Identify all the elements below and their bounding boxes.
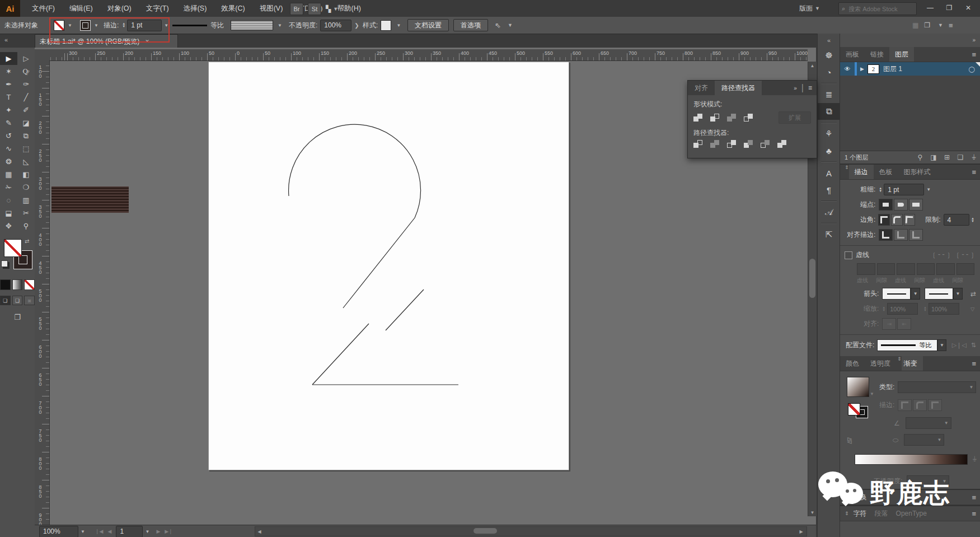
arrange-icon[interactable]: ❐ [924, 21, 930, 29]
opacity-field[interactable]: 100% [320, 20, 351, 31]
gradient-button[interactable] [12, 279, 23, 290]
mesh-tool[interactable]: ▦ [0, 168, 17, 181]
chevron-right-icon[interactable]: ❯ [354, 22, 359, 29]
stepper-icon[interactable]: ▲▼ [122, 22, 125, 28]
menu-item-2[interactable]: 对象(O) [100, 0, 139, 17]
divide-icon[interactable] [693, 140, 704, 148]
document-tab[interactable]: 未标题-1.ai* @ 100% (RGB/预览) ✕ [35, 34, 178, 48]
close-tab-icon[interactable]: ✕ [145, 39, 149, 44]
tab-stroke[interactable]: 描边 [849, 165, 874, 179]
dash-preserve-icons[interactable]: ❲⁃⁃❳ ❲⁃⁃❳ [931, 251, 976, 259]
scroll-right-icon[interactable]: ▶ [797, 527, 805, 535]
search-input[interactable] [847, 5, 906, 13]
gpu-performance-icon[interactable]: ⏻ [343, 4, 348, 13]
zoom-tool[interactable]: ⚲ [17, 220, 35, 232]
collapse-dock-icon[interactable]: » [972, 37, 975, 43]
draw-inside-mode-button[interactable]: ◙ [24, 296, 35, 305]
grid-view-icon[interactable]: ▦ [912, 21, 918, 29]
align-panel-icon[interactable]: ≣ [818, 86, 840, 103]
fill-color-swatch[interactable] [54, 20, 64, 31]
projecting-cap-button[interactable] [909, 199, 923, 211]
chevron-down-icon[interactable]: ▼ [937, 339, 946, 351]
chevron-down-icon[interactable]: ▼ [92, 20, 101, 31]
merge-icon[interactable] [727, 140, 737, 148]
butt-cap-button[interactable] [879, 199, 893, 211]
brush-definition-preview[interactable] [231, 20, 273, 30]
numeral-2-cut-segment[interactable] [386, 289, 424, 330]
star-shape-tool[interactable]: ✦ [0, 104, 17, 116]
select-similar-icon[interactable]: ⇖ [495, 21, 501, 30]
draw-normal-mode-button[interactable]: ❏ [0, 296, 11, 305]
pen-tool[interactable]: ✒ [0, 78, 17, 91]
gradient-slider[interactable] [855, 454, 968, 465]
layer-name[interactable]: 图层 1 [883, 64, 902, 74]
tab-layers[interactable]: 图层 [889, 47, 914, 62]
collapse-panel-icon[interactable]: » [794, 85, 797, 91]
direct-selection-tool[interactable]: ▷ [17, 52, 35, 65]
arrowhead-end-dropdown[interactable] [925, 288, 953, 300]
shape-builder-tool[interactable]: ❂ [0, 155, 17, 168]
none-button[interactable] [24, 279, 35, 290]
numeral-2-lower-diagonal[interactable] [312, 324, 369, 385]
numeral-2-arc-path[interactable] [289, 124, 421, 308]
color-button[interactable] [0, 279, 11, 290]
line-segment-tool[interactable]: ╱ [17, 91, 35, 104]
eraser-tool[interactable]: ◪ [17, 116, 35, 129]
prev-artboard-icon[interactable]: ◀ [107, 529, 111, 534]
gradient-fill-none-swatch[interactable] [848, 403, 860, 415]
trim-icon[interactable] [710, 140, 720, 148]
fill-swatch[interactable] [4, 239, 22, 257]
new-layer-icon[interactable]: ❏ [954, 153, 967, 161]
perspective-grid-tool[interactable]: ◺ [17, 155, 35, 168]
tab-character[interactable]: 字符 [854, 509, 867, 519]
preferences-button[interactable]: 首选项 [453, 19, 488, 31]
dashed-line-checkbox[interactable] [845, 251, 852, 259]
tab-gradient[interactable]: 渐变 [902, 356, 923, 371]
new-sublayer-icon[interactable]: ⊞ [940, 153, 954, 161]
intersect-icon[interactable] [727, 114, 737, 122]
stroke-weight-field[interactable]: 1 pt [127, 20, 162, 31]
menu-item-0[interactable]: 文件(F) [25, 0, 62, 17]
artboard-canvas[interactable] [208, 62, 569, 470]
tab-align[interactable]: 对齐 [688, 81, 715, 95]
tab-paragraph[interactable]: 段落 [875, 509, 888, 519]
symbols-panel-icon[interactable]: ♣ [818, 142, 840, 159]
transform-panel-header[interactable]: ⇕ 变换 ≡ [840, 489, 980, 505]
menu-item-4[interactable]: 选择(S) [176, 0, 214, 17]
collapse-section-icon[interactable]: ⇕ [845, 165, 849, 179]
color-panel-icon[interactable]: ☸ [818, 47, 840, 64]
chevron-down-icon[interactable]: ▼ [78, 526, 87, 537]
scroll-left-icon[interactable]: ◀ [255, 527, 264, 535]
magic-wand-tool[interactable]: ✶ [0, 65, 17, 78]
panel-menu-icon[interactable]: ≡ [972, 493, 976, 502]
default-fill-stroke-icon[interactable] [1, 260, 8, 267]
unite-icon[interactable] [693, 114, 704, 122]
swap-fill-stroke-icon[interactable]: ⇄ [25, 238, 29, 244]
expand-panels-icon[interactable]: « [818, 34, 840, 47]
gradient-tool[interactable]: ◧ [17, 168, 35, 181]
style-swatch[interactable] [381, 20, 391, 31]
panel-menu-icon[interactable]: ≡ [972, 359, 976, 368]
free-transform-tool[interactable]: ⬚ [17, 142, 35, 155]
color-guide-panel-icon[interactable]: ◔ [818, 64, 840, 81]
stepper-icon[interactable]: ▲▼ [971, 217, 974, 223]
align-outside-button[interactable] [909, 229, 923, 241]
curvature-tool[interactable]: ✑ [17, 78, 35, 91]
crop-icon[interactable] [744, 140, 754, 148]
pasteboard-striped-object[interactable] [51, 186, 129, 213]
artboard-tool[interactable]: ⬓ [0, 207, 17, 220]
draw-behind-mode-button[interactable]: ❏ [12, 296, 23, 305]
scroll-down-icon[interactable]: ▼ [808, 508, 817, 516]
width-tool[interactable]: ∿ [0, 142, 17, 155]
chevron-down-icon[interactable]: ▼ [394, 20, 403, 31]
round-cap-button[interactable] [894, 199, 908, 211]
vertical-ruler[interactable]: 1001502002503003504004505005506006507007… [35, 60, 50, 525]
panel-menu-icon[interactable]: ≡ [972, 50, 976, 59]
chevron-down-icon[interactable]: ▼ [870, 391, 874, 396]
window-minimize-button[interactable]: — [921, 2, 940, 14]
round-join-button[interactable] [891, 214, 903, 226]
stroke-color-swatch[interactable] [80, 20, 91, 31]
hand-tool[interactable]: ✥ [0, 220, 17, 232]
chevron-down-icon[interactable]: ▼ [143, 526, 152, 537]
opentype-panel-icon[interactable]: 𝒜 [818, 204, 840, 221]
